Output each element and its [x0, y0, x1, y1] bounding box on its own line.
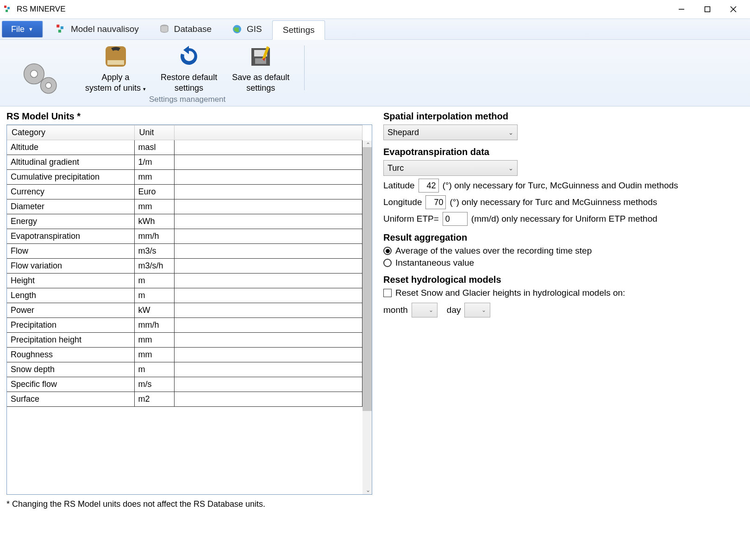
table-row[interactable]: Heightm — [7, 274, 362, 288]
dropdown-icon: ▼ — [28, 26, 33, 32]
unit-value[interactable]: mm — [134, 199, 174, 214]
day-select[interactable]: ⌄ — [464, 303, 490, 317]
table-row[interactable]: Roughnessmm — [7, 348, 362, 362]
unit-value[interactable]: m — [134, 288, 174, 303]
table-row[interactable]: Evapotranspirationmm/h — [7, 229, 362, 244]
unit-value[interactable]: 1/m — [134, 155, 174, 170]
unit-category: Flow variation — [7, 259, 134, 274]
tab-settings[interactable]: Settings — [272, 20, 325, 40]
restore-l1: Restore default — [161, 72, 217, 83]
titlebar: RS MINERVE — [0, 0, 750, 19]
longitude-input[interactable] — [425, 195, 446, 209]
unit-empty — [174, 170, 362, 185]
unit-value[interactable]: m/s — [134, 377, 174, 392]
unit-value[interactable]: m3/s/h — [134, 259, 174, 274]
dropdown-icon: ▾ — [143, 86, 146, 92]
spatial-title: Spatial interpolation method — [383, 111, 734, 122]
svg-rect-8 — [61, 26, 63, 29]
evap-select[interactable]: Turc ⌄ — [383, 160, 518, 176]
agg-option-instant[interactable]: Instantaneous value — [383, 258, 734, 268]
units-col-unit[interactable]: Unit — [134, 125, 174, 140]
unit-category: Cumulative precipitation — [7, 170, 134, 185]
table-row[interactable]: EnergykWh — [7, 214, 362, 229]
unit-empty — [174, 288, 362, 303]
latitude-input[interactable] — [419, 179, 439, 193]
reset-checkbox-row[interactable]: Reset Snow and Glacier heights in hydrol… — [383, 288, 734, 298]
minimize-button[interactable] — [669, 0, 694, 19]
table-row[interactable]: Altitudinal gradient1/m — [7, 155, 362, 170]
units-col-category[interactable]: Category — [7, 125, 134, 140]
unit-value[interactable]: masl — [134, 140, 174, 155]
agg-option-average[interactable]: Average of the values over the recording… — [383, 246, 734, 256]
unit-value[interactable]: m3/s — [134, 244, 174, 259]
tab-model[interactable]: Model nauvalisoy — [46, 19, 149, 39]
checkbox-icon — [383, 289, 392, 297]
table-row[interactable]: Precipitationmm/h — [7, 318, 362, 333]
unit-value[interactable]: m — [134, 274, 174, 288]
table-row[interactable]: PowerkW — [7, 303, 362, 318]
unit-value[interactable]: m2 — [134, 392, 174, 407]
unit-empty — [174, 348, 362, 362]
save-l1: Save as default — [232, 72, 289, 83]
apply-units-button[interactable]: Apply a system of units ▾ — [85, 44, 146, 93]
restore-icon — [176, 44, 202, 69]
unit-value[interactable]: mm — [134, 170, 174, 185]
spatial-select[interactable]: Shepard ⌄ — [383, 124, 518, 140]
etp-hint: (mm/d) only necessary for Uniform ETP me… — [471, 214, 657, 224]
month-label: month — [383, 305, 408, 315]
table-row[interactable]: Surfacem2 — [7, 392, 362, 407]
month-select[interactable]: ⌄ — [412, 303, 438, 317]
table-row[interactable]: Lengthm — [7, 288, 362, 303]
unit-empty — [174, 303, 362, 318]
chevron-down-icon: ⌄ — [508, 165, 513, 172]
unit-value[interactable]: mm/h — [134, 318, 174, 333]
table-row[interactable]: Diametermm — [7, 199, 362, 214]
unit-category: Power — [7, 303, 134, 318]
latitude-label: Latitude — [383, 180, 415, 191]
unit-value[interactable]: kWh — [134, 214, 174, 229]
table-row[interactable]: CurrencyEuro — [7, 185, 362, 199]
unit-empty — [174, 229, 362, 244]
svg-rect-9 — [58, 30, 61, 32]
table-row[interactable]: Flow variationm3/s/h — [7, 259, 362, 274]
tab-database[interactable]: Database — [149, 19, 222, 39]
unit-value[interactable]: kW — [134, 303, 174, 318]
restore-default-button[interactable]: Restore default settings — [161, 44, 217, 93]
units-table[interactable]: Category Unit AltitudemaslAltitudinal gr… — [7, 125, 362, 407]
table-row[interactable]: Altitudemasl — [7, 140, 362, 155]
unit-category: Diameter — [7, 199, 134, 214]
apply-units-l2: system of units — [85, 83, 141, 93]
day-label: day — [447, 305, 461, 315]
svg-rect-7 — [56, 25, 59, 27]
file-button[interactable]: File ▼ — [2, 21, 43, 37]
unit-category: Energy — [7, 214, 134, 229]
unit-category: Surface — [7, 392, 134, 407]
tab-settings-label: Settings — [283, 25, 315, 35]
maximize-button[interactable] — [694, 0, 720, 19]
table-row[interactable]: Precipitation heightmm — [7, 333, 362, 348]
radio-icon — [383, 247, 392, 255]
unit-value[interactable]: mm — [134, 348, 174, 362]
table-row[interactable]: Specific flowm/s — [7, 377, 362, 392]
globe-icon — [232, 24, 242, 34]
unit-value[interactable]: m — [134, 362, 174, 377]
unit-empty — [174, 199, 362, 214]
scrollbar-thumb[interactable] — [362, 147, 372, 411]
tab-gis[interactable]: GIS — [222, 19, 272, 39]
table-row[interactable]: Cumulative precipitationmm — [7, 170, 362, 185]
unit-value[interactable]: mm/h — [134, 229, 174, 244]
unit-category: Flow — [7, 244, 134, 259]
etp-input[interactable] — [443, 212, 468, 226]
ribbon-group-label: Settings management — [149, 95, 225, 104]
scroll-down-icon[interactable]: ⌄ — [366, 487, 370, 493]
svg-rect-1 — [7, 7, 10, 9]
unit-empty — [174, 377, 362, 392]
save-default-button[interactable]: Save as default settings — [232, 44, 289, 93]
close-button[interactable] — [720, 0, 746, 19]
agg-opt2-label: Instantaneous value — [395, 258, 474, 268]
unit-value[interactable]: Euro — [134, 185, 174, 199]
unit-value[interactable]: mm — [134, 333, 174, 348]
evap-value: Turc — [388, 163, 404, 173]
table-row[interactable]: Flowm3/s — [7, 244, 362, 259]
table-row[interactable]: Snow depthm — [7, 362, 362, 377]
